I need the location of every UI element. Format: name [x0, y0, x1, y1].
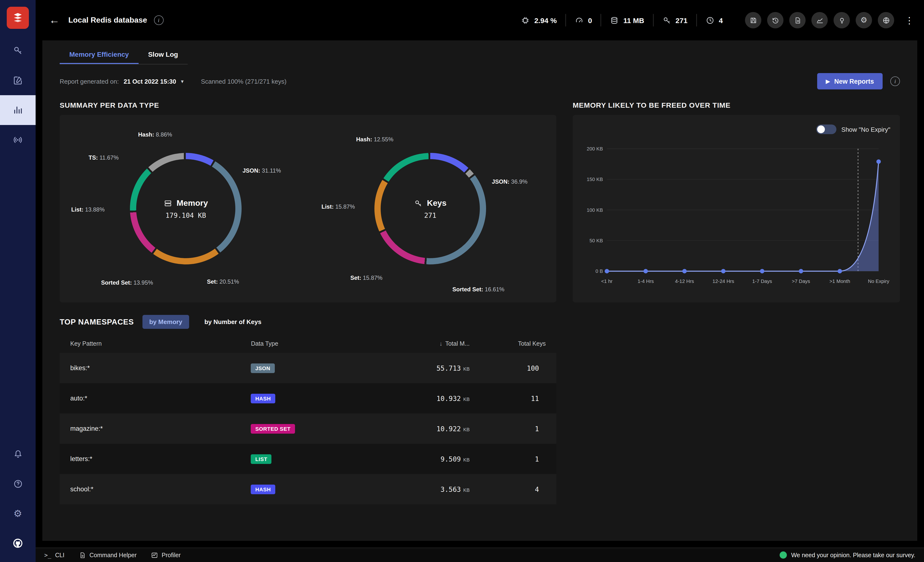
table-row[interactable]: school:* HASH 3.563KB 4 [60, 474, 556, 504]
survey-text: We need your opinion. Please take our su… [791, 552, 915, 558]
survey-icon [780, 552, 787, 559]
table-row[interactable]: auto:* HASH 10.932KB 11 [60, 383, 556, 414]
metric-ops-value: 0 [588, 16, 592, 24]
terminal-icon: >_ [44, 552, 51, 558]
globe-icon [882, 16, 890, 24]
profiler-label: Profiler [162, 552, 181, 558]
profiler-icon [151, 552, 158, 558]
pencil-icon [12, 75, 23, 85]
cli-button[interactable]: >_ CLI [44, 552, 64, 558]
keys-donut-value: 271 [424, 211, 436, 219]
history-button[interactable] [767, 12, 783, 28]
sidebar-item-notifications[interactable] [0, 439, 36, 469]
floppy-icon [749, 16, 757, 24]
donut-label-json: JSON: 36.9% [492, 178, 528, 185]
table-row[interactable]: letters:* LIST 9.509KB 1 [60, 444, 556, 474]
sidebar: ⚙ [0, 0, 36, 562]
donut-label-set: Set: 15.87% [350, 275, 382, 281]
report-row: Report generated on: 21 Oct 2022 15:30 ▾… [60, 73, 900, 90]
play-icon: ▶ [826, 78, 830, 84]
report-date[interactable]: 21 Oct 2022 15:30 [124, 78, 176, 85]
total-keys-cell: 1 [470, 455, 546, 463]
svg-text:200 KB: 200 KB [586, 146, 603, 151]
sidebar-item-help[interactable] [0, 469, 36, 499]
namespaces-table: Key Pattern Data Type ↓ Total M... Total… [60, 335, 556, 504]
sidebar-item-browser[interactable] [0, 36, 36, 66]
overflow-menu-button[interactable]: ⋮ [905, 15, 912, 26]
col-total-keys[interactable]: Total Keys [470, 340, 546, 347]
table-row[interactable]: magazine:* SORTED SET 10.922KB 1 [60, 414, 556, 444]
keys-donut-center: Keys 271 [381, 159, 480, 258]
svg-text:1-7 Days: 1-7 Days [752, 278, 772, 284]
sidebar-item-settings[interactable]: ⚙ [0, 499, 36, 528]
by-memory-chip[interactable]: by Memory [142, 315, 189, 329]
gauge-icon [574, 16, 584, 25]
total-memory-cell: 9.509KB [375, 455, 470, 463]
keys-donut-chart: Keys 271 [374, 153, 486, 265]
reports-info-icon[interactable]: i [890, 76, 900, 86]
by-keys-chip[interactable]: by Number of Keys [198, 315, 268, 329]
freed-area-chart: 0 B50 KB100 KB150 KB200 KB<1 hr1-4 Hrs4-… [582, 141, 890, 289]
col-key-pattern[interactable]: Key Pattern [70, 340, 251, 347]
data-type-badge: HASH [251, 393, 275, 403]
settings-button[interactable]: ⚙ [856, 12, 872, 28]
tab-slow-log[interactable]: Slow Log [138, 43, 188, 64]
keys-donut-block: Keys 271 Hash: 12.55% JSON: 36.9% Sorted… [308, 117, 552, 300]
key-pattern-cell: letters:* [70, 455, 251, 462]
svg-text:No Expiry: No Expiry [868, 278, 890, 284]
key-pattern-cell: bikes:* [70, 365, 251, 372]
divider [566, 14, 566, 27]
summary-card: Memory 179.104 KB Hash: 8.86% JSON: 31.1… [60, 115, 556, 302]
key-pattern-cell: auto:* [70, 395, 251, 402]
table-row[interactable]: bikes:* JSON 55.713KB 100 [60, 353, 556, 383]
profiler-button[interactable]: Profiler [151, 552, 181, 558]
donut-label-hash: Hash: 8.86% [138, 131, 172, 138]
col-data-type[interactable]: Data Type [251, 340, 375, 347]
sidebar-item-workbench[interactable] [0, 66, 36, 95]
survey-banner[interactable]: We need your opinion. Please take our su… [780, 552, 915, 559]
save-button[interactable] [745, 12, 761, 28]
bulb-button[interactable] [834, 12, 850, 28]
report-button[interactable] [789, 12, 806, 28]
main-area: Memory Efficiency Slow Log Report genera… [36, 40, 924, 548]
broadcast-icon [12, 135, 23, 145]
donut-label-ts: TS: 11.67% [88, 154, 118, 161]
sidebar-item-github[interactable] [0, 528, 36, 558]
storage-icon [610, 16, 619, 25]
chevron-down-icon[interactable]: ▾ [181, 78, 184, 84]
col-total-memory[interactable]: ↓ Total M... [375, 340, 470, 347]
command-helper-button[interactable]: Command Helper [79, 552, 136, 558]
cli-label: CLI [55, 552, 64, 558]
namespaces-title: TOP NAMESPACES [60, 318, 134, 326]
memory-donut-chart: Memory 179.104 KB [130, 153, 242, 265]
topbar: ← Local Redis database i 2.94 % 0 [36, 0, 924, 40]
sidebar-item-analysis[interactable] [0, 95, 36, 125]
svg-text:0 B: 0 B [596, 268, 603, 274]
data-type-badge: LIST [251, 454, 272, 464]
memory-donut-block: Memory 179.104 KB Hash: 8.86% JSON: 31.1… [63, 117, 308, 300]
divider [653, 14, 653, 27]
tab-memory-efficiency[interactable]: Memory Efficiency [60, 43, 138, 64]
report-generated-label: Report generated on: [60, 78, 119, 85]
back-button[interactable]: ← [47, 14, 62, 27]
cpu-icon [521, 16, 530, 25]
summary-title: SUMMARY PER DATA TYPE [60, 101, 556, 109]
donut-label-json: JSON: 31.11% [243, 167, 281, 174]
svg-text:4-12 Hrs: 4-12 Hrs [675, 278, 694, 284]
analytics-button[interactable] [812, 12, 828, 28]
database-info-icon[interactable]: i [154, 15, 164, 25]
new-reports-button[interactable]: ▶ New Reports [817, 73, 883, 90]
redis-logo[interactable] [0, 0, 36, 36]
table-header: Key Pattern Data Type ↓ Total M... Total… [60, 335, 556, 353]
total-keys-cell: 4 [470, 485, 546, 493]
metric-ops: 0 [574, 16, 592, 25]
show-no-expiry-toggle[interactable] [816, 124, 837, 134]
globe-button[interactable] [878, 12, 894, 28]
memory-donut-title: Memory [177, 198, 208, 208]
database-title: Local Redis database [68, 16, 147, 24]
sidebar-item-pubsub[interactable] [0, 125, 36, 155]
freed-card: Show "No Expiry" 0 B50 KB100 KB150 KB200… [573, 115, 900, 302]
gear-icon: ⚙ [861, 16, 867, 24]
svg-text:1-4 Hrs: 1-4 Hrs [638, 278, 654, 284]
memory-icon [164, 199, 172, 208]
